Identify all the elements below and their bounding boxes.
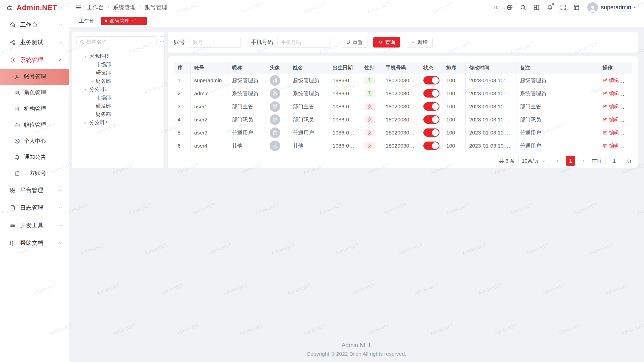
tab-refresh-icon[interactable] bbox=[132, 19, 136, 23]
breadcrumb-item[interactable]: 系统管理 bbox=[113, 4, 136, 11]
chevron-down-icon bbox=[58, 22, 63, 27]
edit-button[interactable]: 编辑 bbox=[602, 129, 619, 136]
row-more-button[interactable] bbox=[624, 130, 629, 136]
status-toggle[interactable] bbox=[423, 89, 439, 98]
cell-mtime: 2023-01-03 10:59:44 bbox=[466, 74, 516, 87]
tree-more-button[interactable] bbox=[159, 36, 165, 47]
org-search-input[interactable] bbox=[87, 39, 153, 45]
row-more-button[interactable] bbox=[624, 104, 629, 110]
row-more-button[interactable] bbox=[624, 117, 629, 123]
layout-switch-icon[interactable] bbox=[573, 4, 580, 11]
avatar[interactable] bbox=[587, 2, 598, 13]
query-button[interactable]: 查询 bbox=[373, 37, 400, 48]
status-toggle[interactable] bbox=[423, 128, 439, 137]
hamburger-icon[interactable] bbox=[75, 4, 82, 11]
sidebar-item-log-mgmt[interactable]: 日志管理 bbox=[0, 199, 69, 216]
sidebar-item-role-mgmt[interactable]: 角色管理 bbox=[0, 85, 69, 101]
status-toggle[interactable] bbox=[423, 142, 439, 150]
cell-remark: 超级管理员 bbox=[516, 74, 599, 87]
row-more-button[interactable] bbox=[624, 91, 629, 97]
sidebar-item-label: 平台管理 bbox=[20, 186, 58, 194]
prev-page-button[interactable] bbox=[553, 156, 562, 166]
font-size-icon[interactable]: Tt bbox=[493, 4, 500, 11]
page-number-1[interactable]: 1 bbox=[566, 156, 575, 166]
more-icon bbox=[159, 39, 165, 44]
cell-status bbox=[420, 126, 443, 139]
page-unit-label: 页 bbox=[627, 158, 632, 164]
add-button[interactable]: 新增 bbox=[406, 37, 433, 48]
caret-down-icon[interactable]: ▾ bbox=[82, 87, 89, 92]
cell-remark: 普通用户 bbox=[516, 139, 599, 152]
sidebar-item-dev-tools[interactable]: 开发工具 bbox=[0, 216, 69, 234]
edit-button[interactable]: 编辑 bbox=[602, 116, 619, 123]
next-page-button[interactable] bbox=[579, 156, 588, 166]
edit-button[interactable]: 编辑 bbox=[602, 103, 619, 110]
sidebar-item-notice[interactable]: 通知公告 bbox=[0, 149, 69, 165]
sidebar-item-system-mgmt[interactable]: 系统管理 bbox=[0, 51, 69, 69]
more-icon bbox=[624, 144, 629, 149]
account-filter-input[interactable] bbox=[189, 37, 241, 48]
sidebar-item-org-mgmt[interactable]: 机构管理 bbox=[0, 101, 69, 117]
tree-node[interactable]: 财务部 bbox=[76, 110, 160, 118]
edit-button[interactable]: 编辑 bbox=[602, 142, 619, 149]
tree-node[interactable]: ▸分公司2 bbox=[76, 118, 160, 127]
cell-account: admin bbox=[191, 87, 228, 100]
sidebar-item-business-test[interactable]: 业务测试 bbox=[0, 33, 69, 51]
tab-workbench[interactable]: 工作台 bbox=[75, 17, 98, 25]
tree-node[interactable]: 市场部 bbox=[76, 60, 160, 69]
cell-mtime: 2023-01-03 10:59:44 bbox=[466, 100, 516, 113]
edit-button-label: 编辑 bbox=[609, 142, 619, 149]
sidebar-item-help-docs[interactable]: 帮助文档 bbox=[0, 234, 69, 252]
phone-filter-input[interactable] bbox=[277, 37, 331, 48]
tree-node[interactable]: 研发部 bbox=[76, 102, 160, 110]
page-size-select[interactable]: 10条/页 bbox=[518, 156, 549, 166]
fullscreen-icon[interactable] bbox=[560, 4, 567, 11]
edit-button-label: 编辑 bbox=[609, 103, 619, 110]
cell-remark: 部门主管 bbox=[516, 100, 599, 113]
edit-button-label: 编辑 bbox=[609, 77, 619, 84]
user-menu-caret-icon[interactable] bbox=[633, 5, 637, 10]
breadcrumb-item[interactable]: 工作台 bbox=[87, 4, 104, 11]
status-toggle[interactable] bbox=[423, 115, 439, 124]
tree-node[interactable]: ▾分公司1 bbox=[76, 85, 160, 94]
notification-bell-icon[interactable] bbox=[546, 4, 553, 11]
tree-node[interactable]: 研发部 bbox=[76, 69, 160, 77]
caret-down-icon[interactable]: ▾ bbox=[82, 54, 89, 59]
sidebar-item-third-party-account[interactable]: 三方账号 bbox=[0, 165, 69, 181]
row-more-button[interactable] bbox=[624, 78, 629, 84]
tree-node[interactable]: ▸财务部 bbox=[76, 77, 160, 85]
cell-gender: 男 bbox=[361, 74, 382, 87]
tree-node[interactable]: ▾大名科技 bbox=[76, 52, 160, 60]
search-icon[interactable] bbox=[520, 4, 527, 11]
edit-button[interactable]: 编辑 bbox=[602, 77, 619, 84]
reset-button[interactable]: 重置 bbox=[341, 37, 368, 48]
cell-status bbox=[420, 139, 443, 152]
sidebar-item-workbench[interactable]: 工作台 bbox=[0, 16, 69, 33]
goto-page-input[interactable] bbox=[606, 156, 623, 166]
breadcrumb: 工作台/系统管理/账号管理 bbox=[87, 4, 168, 11]
chevron-down-icon bbox=[58, 205, 63, 210]
table-row: 3user1部门主管部部门主管1986-06-28女18020030720100… bbox=[174, 100, 632, 113]
sidebar-item-platform-mgmt[interactable]: 平台管理 bbox=[0, 181, 69, 199]
tab-close-icon[interactable] bbox=[138, 19, 143, 23]
cell-nickname: 超级管理员 bbox=[228, 74, 266, 87]
breadcrumb-item[interactable]: 账号管理 bbox=[144, 4, 168, 11]
row-more-button[interactable] bbox=[624, 143, 629, 149]
sidebar-item-position-mgmt[interactable]: 职位管理 bbox=[0, 117, 69, 133]
language-icon[interactable] bbox=[506, 4, 513, 11]
cell-index: 3 bbox=[174, 100, 191, 113]
username[interactable]: superadmin bbox=[601, 4, 631, 11]
avatar-badge: 普 bbox=[270, 127, 280, 138]
edit-button[interactable]: 编辑 bbox=[602, 90, 619, 97]
cell-account: superadmin bbox=[191, 74, 228, 87]
status-toggle[interactable] bbox=[423, 76, 439, 84]
sidebar-item-personal-center[interactable]: 个人中心 bbox=[0, 133, 69, 149]
tab-account-mgmt[interactable]: 账号管理 bbox=[101, 17, 147, 25]
cell-mtime: 2023-01-03 10:59:44 bbox=[466, 87, 516, 100]
sidebar-item-account-mgmt[interactable]: 账号管理 bbox=[0, 69, 69, 85]
caret-right-icon[interactable]: ▸ bbox=[88, 79, 96, 83]
tree-node[interactable]: 市场部 bbox=[76, 94, 160, 102]
status-toggle[interactable] bbox=[423, 102, 439, 111]
caret-right-icon[interactable]: ▸ bbox=[82, 120, 89, 125]
theme-config-icon[interactable] bbox=[533, 4, 540, 11]
